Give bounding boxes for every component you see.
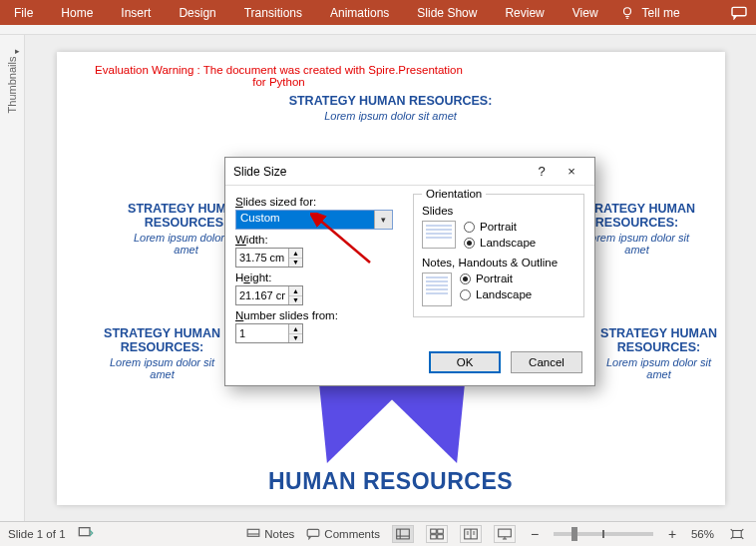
normal-view-button[interactable] bbox=[392, 525, 414, 543]
ribbon-content-collapsed bbox=[0, 25, 756, 35]
status-bar: Slide 1 of 1 Notes Comments − + 56% bbox=[0, 521, 756, 546]
evaluation-warning: Evaluation Warning : The document was cr… bbox=[95, 64, 464, 88]
slides-sized-for-label: Slides sized for: bbox=[235, 196, 399, 208]
chevron-down-icon[interactable]: ▾ bbox=[374, 211, 392, 229]
heading-subtitle: Lorem ipsum dolor sit amet bbox=[57, 110, 725, 122]
heading-title: STRATEGY HUMAN RESOURCES: bbox=[57, 94, 725, 108]
notes-portrait-radio[interactable]: Portrait bbox=[460, 273, 532, 284]
combo-value: Custom bbox=[236, 211, 374, 229]
thumbnails-panel[interactable]: ▸ Thumbnails bbox=[0, 35, 25, 521]
comments-button[interactable]: Comments bbox=[306, 528, 380, 540]
svg-rect-15 bbox=[499, 529, 512, 537]
thumbnails-label: Thumbnails bbox=[6, 57, 18, 114]
ok-button[interactable]: OK bbox=[429, 351, 501, 373]
slides-portrait-radio[interactable]: Portrait bbox=[464, 221, 536, 233]
slides-orientation-label: Slides bbox=[422, 205, 575, 217]
orientation-fieldset: Orientation Slides Portrait Landscape No… bbox=[413, 194, 584, 317]
comment-popup-icon[interactable] bbox=[730, 6, 748, 20]
tab-design[interactable]: Design bbox=[165, 0, 229, 25]
tab-slideshow[interactable]: Slide Show bbox=[403, 0, 491, 25]
width-input[interactable] bbox=[236, 249, 288, 267]
svg-rect-6 bbox=[308, 529, 320, 536]
heading-block-low-left: STRATEGY HUMAN RESOURCES: Lorem ipsum do… bbox=[103, 326, 222, 381]
svg-rect-1 bbox=[732, 7, 746, 15]
number-from-input[interactable] bbox=[236, 324, 288, 342]
heading-subtitle: Lorem ipsum dolor sit amet bbox=[103, 356, 222, 380]
tab-home[interactable]: Home bbox=[47, 0, 107, 25]
orientation-legend: Orientation bbox=[422, 188, 486, 200]
zoom-in-button[interactable]: + bbox=[665, 527, 679, 541]
svg-point-0 bbox=[623, 7, 630, 14]
spin-down-icon[interactable]: ▼ bbox=[289, 296, 302, 305]
spin-down-icon[interactable]: ▼ bbox=[289, 259, 302, 268]
cancel-button[interactable]: Cancel bbox=[511, 351, 582, 373]
dialog-title: Slide Size bbox=[233, 165, 527, 179]
width-spinner[interactable]: ▲▼ bbox=[235, 248, 303, 268]
zoom-out-button[interactable]: − bbox=[528, 527, 542, 541]
tell-me[interactable]: Tell me bbox=[642, 0, 694, 25]
main-title: HUMAN RESOURCES bbox=[57, 468, 725, 495]
heading-title: STRATEGY HUMAN RESOURCES: bbox=[599, 326, 719, 355]
slides-landscape-radio[interactable]: Landscape bbox=[464, 237, 536, 249]
zoom-slider[interactable] bbox=[554, 532, 653, 536]
svg-rect-12 bbox=[431, 535, 437, 539]
slide-size-dialog: Slide Size ? × Slides sized for: Custom … bbox=[224, 157, 595, 386]
number-from-label: Number slides from: bbox=[235, 309, 399, 321]
spin-up-icon[interactable]: ▲ bbox=[289, 286, 302, 296]
page-portrait-icon bbox=[422, 273, 452, 306]
spellcheck-icon[interactable] bbox=[78, 526, 94, 542]
svg-rect-11 bbox=[438, 529, 444, 533]
zoom-percent[interactable]: 56% bbox=[691, 528, 714, 540]
close-button[interactable]: × bbox=[557, 164, 586, 179]
fit-to-window-button[interactable] bbox=[726, 525, 748, 543]
tab-view[interactable]: View bbox=[559, 0, 612, 25]
svg-rect-16 bbox=[733, 531, 741, 538]
ribbon: File Home Insert Design Transitions Anim… bbox=[0, 0, 756, 25]
height-input[interactable] bbox=[236, 286, 288, 304]
heading-block-low-right: STRATEGY HUMAN RESOURCES: Lorem ipsum do… bbox=[599, 326, 719, 381]
height-spinner[interactable]: ▲▼ bbox=[235, 285, 303, 305]
heading-title: STRATEGY HUMAN RESOURCES: bbox=[103, 326, 222, 355]
svg-rect-10 bbox=[431, 529, 437, 533]
spin-up-icon[interactable]: ▲ bbox=[289, 249, 302, 259]
chevron-right-icon: ▸ bbox=[15, 46, 20, 56]
tab-review[interactable]: Review bbox=[491, 0, 558, 25]
help-button[interactable]: ? bbox=[527, 164, 557, 179]
tab-animations[interactable]: Animations bbox=[316, 0, 403, 25]
number-from-spinner[interactable]: ▲▼ bbox=[235, 323, 303, 343]
page-landscape-icon bbox=[422, 221, 456, 249]
height-label: Height: bbox=[235, 272, 399, 283]
notes-orientation-label: Notes, Handouts & Outline bbox=[422, 257, 575, 269]
tab-transitions[interactable]: Transitions bbox=[230, 0, 316, 25]
heading-subtitle: Lorem ipsum dolor sit amet bbox=[599, 356, 719, 380]
svg-rect-13 bbox=[438, 535, 444, 539]
svg-rect-4 bbox=[247, 529, 259, 536]
tab-insert[interactable]: Insert bbox=[107, 0, 165, 25]
slides-sized-for-combo[interactable]: Custom ▾ bbox=[235, 210, 393, 230]
notes-landscape-radio[interactable]: Landscape bbox=[460, 288, 532, 300]
svg-rect-3 bbox=[79, 528, 90, 536]
spin-down-icon[interactable]: ▼ bbox=[289, 334, 302, 343]
slide-counter: Slide 1 of 1 bbox=[8, 528, 66, 540]
tab-file[interactable]: File bbox=[0, 0, 47, 25]
bulb-icon bbox=[620, 6, 634, 20]
svg-rect-7 bbox=[397, 529, 410, 539]
width-label: Width: bbox=[235, 234, 399, 246]
spin-up-icon[interactable]: ▲ bbox=[289, 324, 302, 334]
dialog-titlebar[interactable]: Slide Size ? × bbox=[225, 158, 594, 186]
slide-sorter-view-button[interactable] bbox=[426, 525, 448, 543]
reading-view-button[interactable] bbox=[460, 525, 482, 543]
notes-button[interactable]: Notes bbox=[246, 528, 294, 540]
slideshow-view-button[interactable] bbox=[494, 525, 516, 543]
heading-block-top: STRATEGY HUMAN RESOURCES: Lorem ipsum do… bbox=[57, 94, 725, 122]
